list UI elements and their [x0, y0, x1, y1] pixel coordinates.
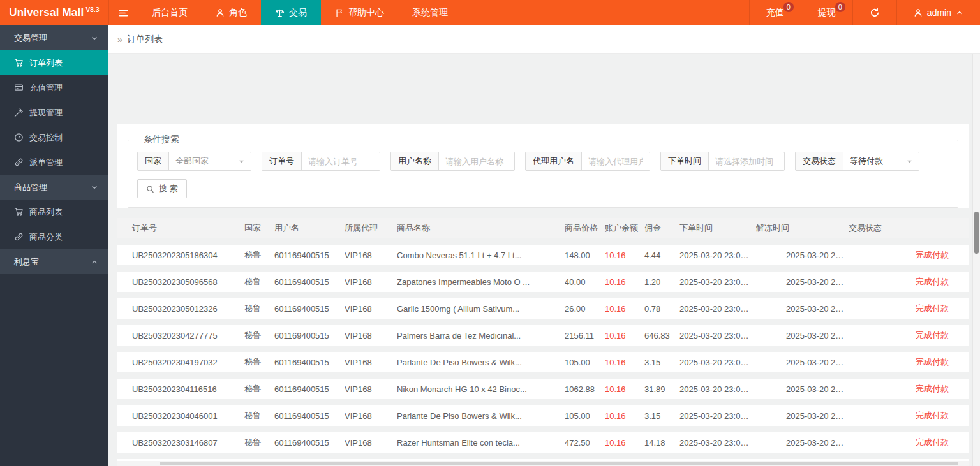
chevron-down-icon [91, 184, 98, 191]
sidebar-item-product-category[interactable]: 商品分类 [0, 224, 108, 249]
sidebar-collapse-button[interactable] [108, 0, 138, 25]
cell-username: 601169400515 [274, 277, 345, 287]
sidebar-item-order-list[interactable]: 订单列表 [0, 50, 108, 75]
search-legend: 条件搜索 [138, 134, 184, 145]
sidebar-group-label: 交易管理 [14, 33, 47, 44]
cell-product: Palmers Barra de Tez Medicinal... [397, 331, 565, 340]
withdraw-button[interactable]: 提现 0 [801, 0, 852, 25]
cell-order-time: 2025-03-20 23:04:04 [679, 411, 756, 421]
cell-unfreeze-time: 2025-03-20 23:05:21 [756, 277, 849, 287]
withdraw-label: 提现 [818, 7, 836, 18]
sidebar-group-label: 商品管理 [14, 182, 47, 193]
filter-username: 用户名称 [390, 152, 515, 171]
refresh-button[interactable] [852, 0, 896, 25]
cell-order-no: UB2503202304116516 [117, 384, 244, 394]
col-header-order-time: 下单时间 [679, 222, 756, 234]
cell-commission: 3.15 [644, 411, 679, 421]
status-select[interactable]: 等待付款 [843, 152, 919, 170]
recharge-button[interactable]: 充值 0 [749, 0, 801, 25]
filter-row: 国家 全部国家 订单号 用户名称 代理用户名 下单时间 [137, 152, 949, 171]
col-header-price: 商品价格 [565, 222, 605, 234]
nav-item-dashboard[interactable]: 后台首页 [138, 0, 202, 25]
sidebar-item-product-list[interactable]: 商品列表 [0, 200, 108, 224]
cell-username: 601169400515 [274, 384, 345, 394]
table-row[interactable]: UB2503202305186304 秘鲁 601169400515 VIP16… [117, 245, 969, 265]
cell-agent: VIP168 [345, 411, 397, 421]
refresh-icon [870, 8, 880, 18]
card-icon [14, 83, 24, 92]
cell-unfreeze-time: 2025-03-20 23:03:31 [756, 438, 849, 448]
table-row[interactable]: UB2503202304277775 秘鲁 601169400515 VIP16… [117, 325, 969, 346]
filter-country: 国家 全部国家 [137, 152, 251, 171]
table-row[interactable]: UB2503202303146807 秘鲁 601169400515 VIP16… [117, 432, 969, 453]
cell-product: Parlante De Piso Bowers & Wilk... [397, 411, 565, 421]
country-select[interactable]: 全部国家 [169, 152, 251, 170]
order-no-label: 订单号 [262, 152, 302, 170]
cell-order-time: 2025-03-20 23:05:18 [679, 251, 756, 260]
cell-order-no: UB2503202304277775 [117, 331, 244, 340]
col-header-agent: 所属代理 [345, 222, 397, 234]
nav-label: 系统管理 [412, 7, 448, 18]
filter-status: 交易状态 等待付款 [795, 152, 919, 171]
sidebar-group-product-management[interactable]: 商品管理 [0, 175, 108, 200]
breadcrumb: » 订单列表 [108, 25, 980, 54]
chevron-down-icon [906, 158, 913, 165]
table-row[interactable]: UB2503202304046001 秘鲁 601169400515 VIP16… [117, 405, 969, 426]
cell-commission: 0.78 [644, 304, 679, 314]
sidebar-item-withdraw-management[interactable]: 提现管理 [0, 100, 108, 125]
cell-agent: VIP168 [345, 251, 397, 260]
cell-country: 秘鲁 [244, 356, 274, 368]
nav-item-system[interactable]: 系统管理 [398, 0, 462, 25]
nav-label: 后台首页 [152, 7, 188, 18]
chevron-down-icon [91, 34, 98, 42]
sidebar-group-interest-treasure[interactable]: 利息宝 [0, 249, 108, 274]
order-no-input[interactable] [302, 152, 380, 170]
table-row[interactable]: UB2503202305096568 秘鲁 601169400515 VIP16… [117, 272, 969, 292]
cell-product: Razer Huntsman Elite con tecla... [397, 438, 565, 448]
cell-order-no: UB2503202305186304 [117, 251, 244, 260]
sidebar: 交易管理 订单列表 充值管理 提现管理 交易控制 派单管理 商品管理 商品列表 … [0, 25, 108, 466]
vertical-scrollbar-thumb[interactable] [974, 212, 979, 254]
cell-balance: 10.16 [605, 331, 644, 340]
order-time-label: 下单时间 [661, 152, 709, 170]
cell-agent: VIP168 [345, 277, 397, 287]
cell-balance: 10.16 [605, 384, 644, 394]
table-row[interactable]: UB2503202304116516 秘鲁 601169400515 VIP16… [117, 379, 969, 399]
order-time-input[interactable] [709, 152, 784, 170]
cell-username: 601169400515 [274, 438, 345, 448]
app-version: V8.3 [85, 6, 99, 13]
nav-item-trade[interactable]: 交易 [261, 0, 321, 25]
sidebar-item-recharge-management[interactable]: 充值管理 [0, 75, 108, 100]
status-label: 交易状态 [796, 152, 843, 170]
vertical-scrollbar[interactable] [972, 54, 980, 466]
col-header-username: 用户名 [274, 222, 345, 234]
country-label: 国家 [138, 152, 169, 170]
hamburger-icon [118, 8, 129, 18]
agent-label: 代理用户名 [526, 152, 582, 170]
header-right: 充值 0 提现 0 admin [749, 0, 980, 25]
nav-item-help-center[interactable]: 帮助中心 [321, 0, 398, 25]
horizontal-scrollbar-thumb[interactable] [160, 462, 958, 465]
table-row[interactable]: UB2503202304197032 秘鲁 601169400515 VIP16… [117, 352, 969, 372]
nav-label: 交易 [289, 7, 307, 18]
top-header: Universal Mall V8.3 后台首页 角色 交易 帮助中心 系统管理… [0, 0, 980, 25]
cell-commission: 31.89 [644, 384, 679, 394]
cell-order-time: 2025-03-20 23:05:09 [679, 277, 756, 287]
cell-commission: 4.44 [644, 251, 679, 260]
cell-country: 秘鲁 [244, 437, 274, 448]
nav-item-roles[interactable]: 角色 [202, 0, 261, 25]
user-menu[interactable]: admin [896, 0, 980, 25]
cell-agent: VIP168 [345, 358, 397, 367]
app-logo: Universal Mall V8.3 [0, 0, 108, 25]
table-row[interactable]: UB2503202305012326 秘鲁 601169400515 VIP16… [117, 298, 969, 319]
search-button[interactable]: 搜 索 [137, 179, 187, 198]
cell-country: 秘鲁 [244, 249, 274, 261]
username-input[interactable] [439, 152, 514, 170]
agent-input[interactable] [582, 152, 650, 170]
cell-product: Parlante De Piso Bowers & Wilk... [397, 358, 565, 367]
horizontal-scrollbar[interactable] [117, 461, 969, 466]
cell-username: 601169400515 [274, 358, 345, 367]
sidebar-item-trade-control[interactable]: 交易控制 [0, 125, 108, 150]
sidebar-group-trade-management[interactable]: 交易管理 [0, 25, 108, 50]
sidebar-item-dispatch-management[interactable]: 派单管理 [0, 150, 108, 175]
